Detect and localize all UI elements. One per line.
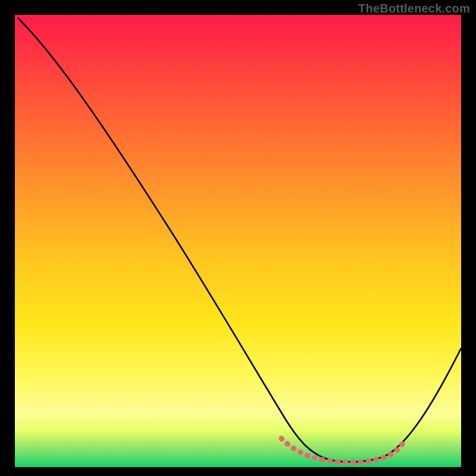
bottom-marker bbox=[281, 439, 403, 462]
chart-area bbox=[15, 15, 461, 467]
bottleneck-curve bbox=[18, 18, 461, 462]
bottleneck-curve-svg bbox=[15, 15, 461, 467]
watermark-text: TheBottleneck.com bbox=[358, 2, 470, 15]
